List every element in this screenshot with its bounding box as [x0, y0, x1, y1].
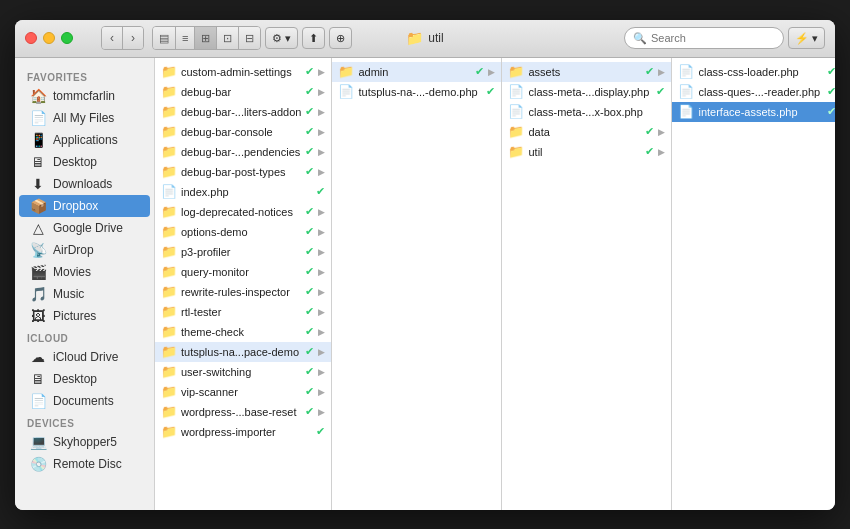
sidebar-label-movies: Movies — [53, 265, 91, 279]
list-item[interactable]: 📁 wordpress-importer ✔ — [155, 422, 331, 442]
folder-icon: 📁 — [161, 424, 177, 439]
file-icon: 📄 — [678, 84, 694, 99]
documents-icon: 📄 — [29, 393, 47, 409]
google-drive-icon: △ — [29, 220, 47, 236]
sidebar-label-airdrop: AirDrop — [53, 243, 94, 257]
list-item[interactable]: 📁 options-demo ✔ ▶ — [155, 222, 331, 242]
list-item[interactable]: 📁 data ✔ ▶ — [502, 122, 671, 142]
list-item[interactable]: 📁 debug-bar ✔ ▶ — [155, 82, 331, 102]
sidebar-item-dropbox[interactable]: 📦 Dropbox — [19, 195, 150, 217]
sidebar-item-remote-disc[interactable]: 💿 Remote Disc — [19, 453, 150, 475]
list-item[interactable]: 📁 debug-bar-...liters-addon ✔ ▶ — [155, 102, 331, 122]
list-item[interactable]: 📁 user-switching ✔ ▶ — [155, 362, 331, 382]
list-item[interactable]: 📁 debug-bar-...pendencies ✔ ▶ — [155, 142, 331, 162]
folder-icon: 📁 — [161, 324, 177, 339]
sidebar-label-tommcfarlin: tommcfarlin — [53, 89, 115, 103]
view-column-btn[interactable]: ⊞ — [195, 27, 217, 49]
view-list-btn[interactable]: ≡ — [176, 27, 195, 49]
home-icon: 🏠 — [29, 88, 47, 104]
devices-label: Devices — [15, 412, 154, 431]
folder-icon: 📁 — [508, 64, 524, 79]
list-item[interactable]: 📁 wordpress-...base-reset ✔ ▶ — [155, 402, 331, 422]
files-icon: 📄 — [29, 110, 47, 126]
sidebar-item-pictures[interactable]: 🖼 Pictures — [19, 305, 150, 327]
icloud-label: iCloud — [15, 327, 154, 346]
list-item[interactable]: 📁 admin ✔ ▶ — [332, 62, 501, 82]
folder-icon: 📁 — [161, 204, 177, 219]
list-item[interactable]: 📄 class-ques-...-reader.php ✔ — [672, 82, 835, 102]
list-item[interactable]: 📄 tutsplus-na-...-demo.php ✔ — [332, 82, 501, 102]
list-item[interactable]: 📁 log-deprecated-notices ✔ ▶ — [155, 202, 331, 222]
list-item[interactable]: 📄 index.php ✔ — [155, 182, 331, 202]
list-item[interactable]: 📁 debug-bar-post-types ✔ ▶ — [155, 162, 331, 182]
list-item[interactable]: 📁 rtl-tester ✔ ▶ — [155, 302, 331, 322]
sidebar-item-applications[interactable]: 📱 Applications — [19, 129, 150, 151]
sidebar: Favorites 🏠 tommcfarlin 📄 All My Files 📱… — [15, 58, 155, 510]
view-buttons: ▤ ≡ ⊞ ⊡ ⊟ — [152, 26, 261, 50]
forward-button[interactable]: › — [123, 27, 143, 49]
folder-icon: 📁 — [161, 64, 177, 79]
file-icon: 📄 — [508, 104, 524, 119]
tag-button[interactable]: ⊕ — [329, 27, 352, 49]
sidebar-label-applications: Applications — [53, 133, 118, 147]
minimize-button[interactable] — [43, 32, 55, 44]
back-button[interactable]: ‹ — [102, 27, 123, 49]
share-button[interactable]: ⬆ — [302, 27, 325, 49]
file-browser: 📁 custom-admin-settings ✔ ▶ 📁 debug-bar … — [155, 58, 835, 510]
list-item[interactable]: 📁 p3-profiler ✔ ▶ — [155, 242, 331, 262]
list-item[interactable]: 📁 theme-check ✔ ▶ — [155, 322, 331, 342]
sidebar-item-documents[interactable]: 📄 Documents — [19, 390, 150, 412]
list-item[interactable]: 📁 vip-scanner ✔ ▶ — [155, 382, 331, 402]
sidebar-item-icloud-desktop[interactable]: 🖥 Desktop — [19, 368, 150, 390]
folder-icon: 📁 — [161, 124, 177, 139]
dropbox-icon: 📦 — [29, 198, 47, 214]
search-box[interactable]: 🔍 — [624, 27, 784, 49]
movies-icon: 🎬 — [29, 264, 47, 280]
list-item[interactable]: 📁 tutsplus-na...pace-demo ✔ ▶ — [155, 342, 331, 362]
sidebar-item-movies[interactable]: 🎬 Movies — [19, 261, 150, 283]
sidebar-label-dropbox: Dropbox — [53, 199, 98, 213]
list-item[interactable]: 📄 class-meta-...display.php ✔ — [502, 82, 671, 102]
folder-icon: 📁 — [161, 284, 177, 299]
list-item[interactable]: 📁 assets ✔ ▶ — [502, 62, 671, 82]
desktop-icon: 🖥 — [29, 154, 47, 170]
list-item[interactable]: 📁 debug-bar-console ✔ ▶ — [155, 122, 331, 142]
list-item-selected[interactable]: 📄 interface-assets.php ✔ — [672, 102, 835, 122]
folder-icon: 📁 — [338, 64, 354, 79]
applications-icon: 📱 — [29, 132, 47, 148]
list-item[interactable]: 📁 custom-admin-settings ✔ ▶ — [155, 62, 331, 82]
file-icon: 📄 — [508, 84, 524, 99]
sidebar-item-all-my-files[interactable]: 📄 All My Files — [19, 107, 150, 129]
list-item[interactable]: 📄 class-meta-...x-box.php — [502, 102, 671, 122]
airdrop-icon: 📡 — [29, 242, 47, 258]
sidebar-item-desktop[interactable]: 🖥 Desktop — [19, 151, 150, 173]
folder-icon: 📁 — [161, 304, 177, 319]
favorites-label: Favorites — [15, 66, 154, 85]
title-folder-icon: 📁 — [406, 30, 423, 46]
view-icon-btn[interactable]: ▤ — [153, 27, 176, 49]
folder-icon: 📁 — [161, 104, 177, 119]
list-item[interactable]: 📁 query-monitor ✔ ▶ — [155, 262, 331, 282]
search-input[interactable] — [651, 32, 775, 44]
downloads-icon: ⬇ — [29, 176, 47, 192]
sidebar-item-airdrop[interactable]: 📡 AirDrop — [19, 239, 150, 261]
list-item[interactable]: 📁 rewrite-rules-inspector ✔ ▶ — [155, 282, 331, 302]
file-column-2: 📁 admin ✔ ▶ 📄 tutsplus-na-...-demo.php ✔ — [332, 58, 502, 510]
list-item[interactable]: 📄 class-css-loader.php ✔ — [672, 62, 835, 82]
maximize-button[interactable] — [61, 32, 73, 44]
sidebar-item-music[interactable]: 🎵 Music — [19, 283, 150, 305]
gear-button[interactable]: ⚙ ▾ — [265, 27, 298, 49]
close-button[interactable] — [25, 32, 37, 44]
file-icon: 📄 — [678, 104, 694, 119]
sidebar-item-icloud-drive[interactable]: ☁ iCloud Drive — [19, 346, 150, 368]
action-button[interactable]: ⚡ ▾ — [788, 27, 825, 49]
view-gallery-btn[interactable]: ⊟ — [239, 27, 260, 49]
sidebar-item-downloads[interactable]: ⬇ Downloads — [19, 173, 150, 195]
folder-icon: 📁 — [161, 164, 177, 179]
sidebar-item-tommcfarlin[interactable]: 🏠 tommcfarlin — [19, 85, 150, 107]
view-cover-btn[interactable]: ⊡ — [217, 27, 239, 49]
sidebar-item-skyhopper5[interactable]: 💻 Skyhopper5 — [19, 431, 150, 453]
sidebar-item-google-drive[interactable]: △ Google Drive — [19, 217, 150, 239]
list-item[interactable]: 📁 util ✔ ▶ — [502, 142, 671, 162]
folder-icon: 📁 — [161, 224, 177, 239]
